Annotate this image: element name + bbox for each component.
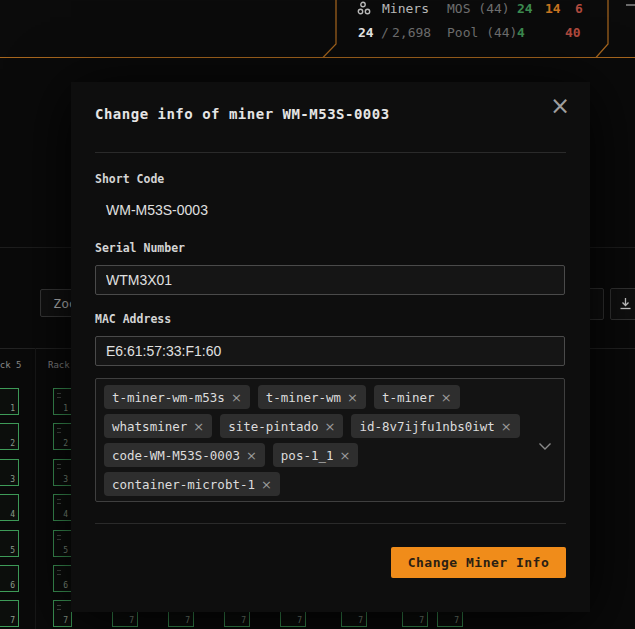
tag-label: t-miner-wm-m53s — [112, 390, 225, 405]
slot-number: 7 — [454, 616, 459, 625]
remove-tag-icon[interactable]: × — [231, 390, 242, 405]
slot-number: 1 — [63, 404, 68, 413]
miner-slot[interactable]: 2 — [0, 423, 19, 450]
modal-divider-top — [95, 152, 566, 153]
miner-count-current: 24 — [358, 25, 374, 40]
miner-slot[interactable]: 6 — [53, 565, 72, 592]
tag-label: code-WM-M53S-0003 — [112, 448, 240, 463]
slot-number: 4 — [63, 510, 68, 519]
tag-label: t-miner — [382, 390, 435, 405]
tag-label: pos-1_1 — [281, 448, 334, 463]
tag-label: t-miner-wm — [266, 390, 341, 405]
slot-number: 2 — [63, 439, 68, 448]
slot-number: 7 — [297, 616, 302, 625]
download-button[interactable] — [610, 288, 635, 320]
miner-slot[interactable]: 5 — [53, 530, 72, 557]
tag-chip: code-WM-M53S-0003× — [104, 443, 265, 467]
serial-number-input[interactable] — [95, 265, 565, 295]
remove-tag-icon[interactable]: × — [261, 477, 272, 492]
slot-number: 7 — [185, 616, 190, 625]
slot-number: 1 — [10, 404, 15, 413]
remove-tag-icon[interactable]: × — [324, 419, 335, 434]
slot-number: 6 — [10, 581, 15, 590]
slot-number: 2 — [10, 439, 15, 448]
slot-number: 6 — [63, 581, 68, 590]
mos-ok-count: 24 — [517, 1, 533, 16]
miners-icon — [357, 1, 373, 20]
top-header: Miners MOS (44) 24 14 6 24 / 2,698 Pool … — [0, 0, 635, 58]
rack-label: Rack 5 — [0, 360, 22, 370]
remove-tag-icon[interactable]: × — [340, 448, 351, 463]
rack-separator — [35, 348, 36, 629]
change-miner-info-button[interactable]: Change Miner Info — [391, 547, 566, 578]
truncated-icon — [626, 4, 635, 6]
slot-number: 7 — [358, 616, 363, 625]
slot-number: 7 — [419, 616, 424, 625]
remove-tag-icon[interactable]: × — [246, 448, 257, 463]
tag-chip: whatsminer× — [104, 414, 212, 438]
tag-chip: pos-1_1× — [273, 443, 359, 467]
slot-number: 3 — [63, 475, 68, 484]
remove-tag-icon[interactable]: × — [347, 390, 358, 405]
tag-label: id-8v7ijfu1nbs0iwt — [359, 419, 494, 434]
miner-slot[interactable]: 7 — [0, 600, 19, 627]
miner-slot[interactable]: 1 — [53, 388, 72, 415]
miner-slot[interactable]: 7 — [53, 600, 72, 627]
tag-chip: t-miner× — [374, 385, 460, 409]
short-code-label: Short Code — [95, 172, 164, 186]
slot-number: 7 — [129, 616, 134, 625]
pool-err-count: 40 — [565, 25, 581, 40]
tag-chip: t-miner-wm× — [258, 385, 366, 409]
slot-number: 3 — [10, 475, 15, 484]
modal-divider-bottom — [95, 523, 566, 524]
miner-count-separator: / — [381, 25, 389, 40]
slot-number: 5 — [63, 546, 68, 555]
download-icon — [619, 295, 632, 314]
miner-slot[interactable]: 4 — [53, 494, 72, 521]
remove-tag-icon[interactable]: × — [441, 390, 452, 405]
slot-number: 7 — [241, 616, 246, 625]
tag-chip: t-miner-wm-m53s× — [104, 385, 250, 409]
miner-slot[interactable]: 4 — [0, 494, 19, 521]
rack-label: Rack — [48, 360, 70, 370]
miner-slot[interactable]: 3 — [0, 459, 19, 486]
tag-label: site-pintado — [228, 419, 318, 434]
miner-slot[interactable]: 1 — [0, 388, 19, 415]
remove-tag-icon[interactable]: × — [501, 419, 512, 434]
miner-slot[interactable]: 2 — [53, 423, 72, 450]
serial-number-label: Serial Number — [95, 241, 185, 255]
miner-slot[interactable]: 5 — [0, 530, 19, 557]
mos-label: MOS (44) — [447, 1, 510, 16]
miner-slot[interactable]: 6 — [0, 565, 19, 592]
chevron-down-icon[interactable] — [538, 436, 552, 455]
mac-address-label: MAC Address — [95, 312, 171, 326]
slot-number: 7 — [63, 616, 68, 625]
slot-number: 4 — [10, 510, 15, 519]
tags-input[interactable]: t-miner-wm-m53s× t-miner-wm× t-miner× wh… — [95, 378, 565, 502]
short-code-value: WM-M53S-0003 — [106, 202, 208, 218]
close-icon[interactable]: × — [550, 94, 570, 118]
change-miner-info-modal: Change info of miner WM-M53S-0003 × Shor… — [71, 82, 590, 612]
tag-chip: container-microbt-1× — [104, 472, 280, 496]
miner-count-total: 2,698 — [392, 25, 431, 40]
miners-label: Miners — [382, 1, 429, 16]
tag-label: whatsminer — [112, 419, 187, 434]
remove-tag-icon[interactable]: × — [193, 419, 204, 434]
slot-number: 5 — [10, 546, 15, 555]
app-root: Miners MOS (44) 24 14 6 24 / 2,698 Pool … — [0, 0, 635, 629]
pool-ok-count: 4 — [517, 25, 525, 40]
mos-err-count: 6 — [575, 1, 583, 16]
tag-chip: id-8v7ijfu1nbs0iwt× — [351, 414, 519, 438]
header-accent-border — [0, 0, 635, 60]
modal-title: Change info of miner WM-M53S-0003 — [95, 106, 390, 122]
mos-warn-count: 14 — [545, 1, 561, 16]
mac-address-input[interactable] — [95, 336, 565, 366]
miner-slot[interactable]: 3 — [53, 459, 72, 486]
slot-number: 7 — [10, 616, 15, 625]
tag-label: container-microbt-1 — [112, 477, 255, 492]
pool-label: Pool (44) — [447, 25, 517, 40]
tag-chip: site-pintado× — [220, 414, 343, 438]
